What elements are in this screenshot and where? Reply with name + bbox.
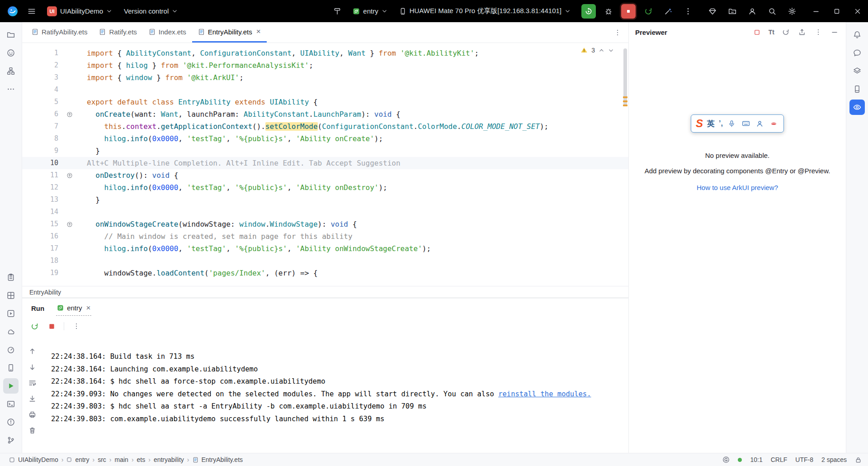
line-number[interactable]: 10 (22, 157, 58, 169)
reinstall-modules-link[interactable]: reinstall the modules. (498, 390, 591, 398)
code-line[interactable]: 10Alt+C Multiple-line Completion. Alt+I … (22, 157, 628, 169)
line-number[interactable]: 4 (22, 84, 58, 96)
code-line[interactable]: 7 this.context.getApplicationContext().s… (22, 120, 628, 133)
code-line[interactable]: 3import { window } from '@kit.ArkUI'; (22, 71, 628, 84)
inspections-widget[interactable]: 3 (579, 46, 616, 55)
code-line[interactable]: 4 (22, 84, 628, 96)
next-problem-icon[interactable] (608, 48, 614, 53)
warning-mark[interactable] (623, 100, 627, 102)
refresh-preview-icon[interactable] (781, 27, 791, 37)
print-icon[interactable] (27, 409, 37, 419)
rerun-icon[interactable] (29, 321, 39, 331)
close-window-icon[interactable] (847, 0, 868, 22)
account-icon[interactable] (745, 4, 760, 19)
export-preview-icon[interactable] (797, 27, 807, 37)
structure-icon[interactable] (3, 63, 19, 79)
code-line[interactable]: 13 } (22, 194, 628, 206)
line-number[interactable]: 14 (22, 206, 58, 218)
line-number[interactable]: 12 (22, 181, 58, 194)
stop-preview-icon[interactable] (752, 27, 762, 37)
sogou-logo[interactable]: S (696, 118, 703, 129)
line-number[interactable]: 19 (22, 267, 58, 279)
warning-mark[interactable] (623, 105, 627, 106)
minimize-window-icon[interactable] (806, 0, 826, 22)
ai-assistant-icon[interactable] (3, 45, 19, 61)
code-line[interactable]: 15 onWindowStageCreate(windowStage: wind… (22, 218, 628, 230)
editor-scrollbar[interactable] (622, 43, 628, 286)
line-number[interactable]: 3 (22, 71, 58, 84)
code-line[interactable]: 19 windowStage.loadContent('pages/Index'… (22, 267, 628, 279)
sogou-ime-toolbar[interactable]: S 英 ’, (691, 114, 784, 133)
breadcrumb-item[interactable]: EntryAbility.ets (202, 456, 243, 463)
profiler-icon[interactable] (3, 342, 19, 357)
device-file-browser-icon[interactable] (3, 360, 19, 376)
editor-tab-ratifyability[interactable]: RatifyAbility.ets (26, 22, 93, 43)
code-line[interactable]: 1import { AbilityConstant, Configuration… (22, 47, 628, 59)
code-editor[interactable]: 1import { AbilityConstant, Configuration… (22, 43, 628, 286)
code-line[interactable]: 11 onDestroy(): void { (22, 169, 628, 181)
line-number[interactable]: 8 (22, 133, 58, 145)
override-marker-icon[interactable] (58, 108, 87, 120)
ime-user-icon[interactable] (755, 119, 765, 128)
ai-chat-icon[interactable] (849, 45, 865, 61)
services-icon[interactable] (3, 306, 19, 321)
tab-options-icon[interactable] (607, 22, 628, 43)
project-selector[interactable]: UI UIAbilityDemo (43, 4, 116, 19)
cloud-icon[interactable] (3, 324, 19, 339)
soft-wrap-icon[interactable] (27, 378, 37, 388)
run-options-icon[interactable] (71, 321, 81, 331)
line-number[interactable]: 11 (22, 169, 58, 181)
stop-button[interactable] (621, 4, 636, 19)
breadcrumb-item[interactable]: ets (137, 456, 146, 463)
license-diamond-icon[interactable] (705, 4, 720, 19)
run-configuration-selector[interactable]: entry (349, 5, 391, 17)
down-stack-icon[interactable] (27, 362, 37, 372)
run-icon[interactable] (3, 378, 19, 394)
code-line[interactable]: 14 (22, 206, 628, 218)
device-manager-icon[interactable] (849, 81, 865, 97)
code-line[interactable]: 9 } (22, 145, 628, 157)
line-number[interactable]: 5 (22, 96, 58, 108)
line-number[interactable]: 9 (22, 145, 58, 157)
line-number[interactable]: 2 (22, 59, 58, 71)
hide-previewer-icon[interactable] (830, 27, 840, 37)
line-number[interactable]: 15 (22, 218, 58, 230)
device-selector[interactable]: HUAWEI Mate 70 Pro 优享版[192.168.3.81:4410… (396, 5, 574, 18)
debug-button[interactable] (601, 4, 616, 19)
build-variants-icon[interactable] (3, 288, 19, 303)
maximize-window-icon[interactable] (826, 0, 847, 22)
breadcrumb-item[interactable]: entry (75, 456, 89, 463)
code-line[interactable]: 8 hilog.info(0x0000, 'testTag', '%{publi… (22, 133, 628, 145)
hot-reload-button[interactable] (641, 4, 656, 19)
indent-setting[interactable]: 2 spaces (821, 456, 847, 463)
editor-tab-entryability[interactable]: EntryAbility.ets × (192, 22, 267, 43)
line-number[interactable]: 16 (22, 230, 58, 243)
stop-process-icon[interactable] (47, 321, 57, 331)
code-line[interactable]: 17 hilog.info(0x0000, 'testTag', '%{publ… (22, 243, 628, 255)
editor-breadcrumb[interactable]: EntryAbility (22, 286, 628, 298)
line-number[interactable]: 7 (22, 120, 58, 133)
settings-gear-icon[interactable] (785, 4, 799, 19)
override-marker-icon[interactable] (58, 218, 87, 230)
run-tab-entry[interactable]: entry × (56, 301, 91, 316)
more-tools-icon[interactable] (3, 81, 19, 97)
up-stack-icon[interactable] (27, 346, 37, 356)
ai-magic-wand-button[interactable] (661, 4, 675, 19)
breadcrumb-item[interactable]: src (98, 456, 106, 463)
more-actions-icon[interactable] (681, 4, 695, 19)
build-icon[interactable] (330, 4, 344, 19)
code-line[interactable]: 16 // Main window is created, set main p… (22, 230, 628, 243)
previewer-options-icon[interactable] (813, 27, 823, 37)
close-tab-icon[interactable]: × (256, 27, 261, 36)
terminal-icon[interactable] (3, 396, 19, 412)
previewer-icon[interactable] (849, 100, 865, 115)
project-icon[interactable] (3, 27, 19, 43)
clear-console-icon[interactable] (27, 425, 37, 435)
prev-problem-icon[interactable] (599, 48, 604, 53)
line-number[interactable]: 6 (22, 108, 58, 120)
ime-mic-icon[interactable] (727, 119, 737, 128)
override-marker-icon[interactable] (58, 169, 87, 181)
ime-punctuation-toggle[interactable]: ’, (719, 119, 723, 128)
run-app-button[interactable] (581, 4, 596, 19)
line-number[interactable]: 17 (22, 243, 58, 255)
